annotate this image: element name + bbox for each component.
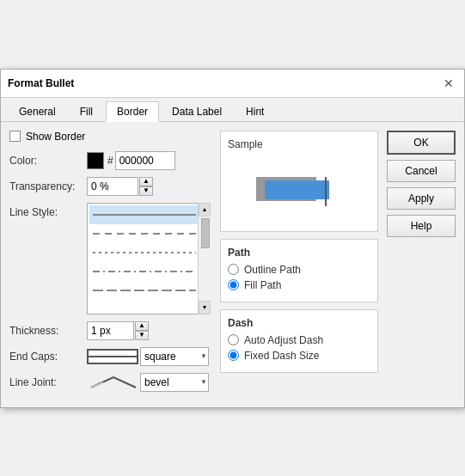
color-label: Color: <box>9 155 87 167</box>
end-caps-select-wrapper: square flat round ▼ <box>140 347 209 366</box>
thickness-down[interactable]: ▼ <box>135 331 149 340</box>
scroll-down-btn[interactable]: ▼ <box>199 301 211 314</box>
auto-adjust-radio[interactable] <box>228 334 239 345</box>
line-joint-label: Line Joint: <box>9 376 87 388</box>
line-style-dashed[interactable] <box>89 224 209 243</box>
sample-label: Sample <box>228 138 370 150</box>
scroll-up-btn[interactable]: ▲ <box>199 203 211 217</box>
transparency-spinner: ▲ ▼ <box>139 177 153 196</box>
line-joint-row: Line Joint: bevel miter round <box>9 373 211 392</box>
format-bullet-dialog: Format Bullet ✕ General Fill Border Data… <box>0 69 465 408</box>
tab-datalabel[interactable]: Data Label <box>161 101 233 121</box>
action-buttons-panel: OK Cancel Apply Help <box>387 131 456 399</box>
color-swatch[interactable] <box>87 152 104 169</box>
apply-button[interactable]: Apply <box>387 187 456 210</box>
dialog-title: Format Bullet <box>8 77 74 89</box>
show-border-row: Show Border <box>9 131 211 143</box>
ok-button[interactable]: OK <box>387 131 456 155</box>
end-caps-wrapper: square flat round ▼ <box>87 347 209 366</box>
tab-hint[interactable]: Hint <box>235 101 275 121</box>
dash-title: Dash <box>228 317 370 329</box>
sample-visual <box>228 156 370 224</box>
scroll-thumb[interactable] <box>201 218 210 248</box>
cap-line <box>89 356 137 357</box>
transparency-row: Transparency: ▲ ▼ <box>9 177 211 196</box>
fixed-dash-radio[interactable] <box>228 350 239 361</box>
sample-bar-blue <box>265 180 329 199</box>
line-style-item5[interactable] <box>89 281 209 300</box>
line-style-label: Line Style: <box>9 203 87 218</box>
color-hex-input[interactable] <box>115 151 175 170</box>
sample-bar-line <box>325 177 327 206</box>
fill-path-row: Fill Path <box>228 279 370 291</box>
transparency-down[interactable]: ▼ <box>139 186 153 196</box>
thickness-spinner: ▲ ▼ <box>135 321 149 340</box>
line-style-solid[interactable] <box>89 205 209 224</box>
tab-general[interactable]: General <box>8 101 67 121</box>
thickness-input[interactable] <box>87 321 134 340</box>
show-border-label: Show Border <box>26 131 85 143</box>
sample-bar <box>256 177 342 203</box>
tab-border[interactable]: Border <box>106 101 159 122</box>
end-caps-select[interactable]: square flat round <box>140 347 209 366</box>
color-row: Color: # <box>9 151 211 170</box>
transparency-up[interactable]: ▲ <box>139 177 153 186</box>
dash-section: Dash Auto Adjust Dash Fixed Dash Size <box>220 309 378 373</box>
tab-bar: General Fill Border Data Label Hint <box>1 98 464 122</box>
show-border-checkbox[interactable] <box>9 131 21 142</box>
end-caps-label: End Caps: <box>9 351 87 363</box>
end-caps-row: End Caps: square flat round ▼ <box>9 347 211 366</box>
path-title: Path <box>228 247 370 259</box>
outline-path-radio[interactable] <box>228 264 239 275</box>
center-panel: Sample Path Outline Path <box>220 131 378 399</box>
close-button[interactable]: ✕ <box>440 75 457 92</box>
dialog-content: Show Border Color: # Transparency: ▲ <box>1 122 464 407</box>
transparency-input[interactable] <box>87 177 138 196</box>
help-button[interactable]: Help <box>387 215 456 237</box>
thickness-row: Thickness: ▲ ▼ <box>9 321 211 340</box>
list-scrollbar: ▲ ▼ <box>198 203 211 314</box>
outline-path-label[interactable]: Outline Path <box>244 264 301 276</box>
path-section: Path Outline Path Fill Path <box>220 239 378 302</box>
tab-fill[interactable]: Fill <box>69 101 104 121</box>
thickness-up[interactable]: ▲ <box>135 321 149 331</box>
scrollbar-track <box>199 217 211 301</box>
title-bar: Format Bullet ✕ <box>1 70 464 98</box>
fixed-dash-row: Fixed Dash Size <box>228 350 370 362</box>
fill-path-radio[interactable] <box>228 279 239 290</box>
line-joint-select[interactable]: bevel miter round <box>140 373 209 392</box>
transparency-label: Transparency: <box>9 180 87 192</box>
line-style-dashdot[interactable] <box>89 262 209 281</box>
line-style-list[interactable] <box>87 203 211 314</box>
hash-symbol: # <box>107 155 113 167</box>
thickness-label: Thickness: <box>9 325 87 337</box>
fill-path-label[interactable]: Fill Path <box>244 279 281 291</box>
bevel-icon <box>89 375 137 389</box>
line-style-dotted[interactable] <box>89 243 209 262</box>
left-panel: Show Border Color: # Transparency: ▲ <box>9 131 211 399</box>
line-joint-wrapper: bevel miter round ▼ <box>87 373 209 392</box>
auto-adjust-label[interactable]: Auto Adjust Dash <box>244 334 323 346</box>
end-caps-preview <box>87 349 138 364</box>
line-joint-preview <box>87 375 138 390</box>
svg-line-0 <box>91 382 103 388</box>
line-style-row: Line Style: <box>9 203 211 314</box>
cancel-button[interactable]: Cancel <box>387 160 456 182</box>
fixed-dash-label[interactable]: Fixed Dash Size <box>244 350 319 362</box>
outline-path-row: Outline Path <box>228 264 370 276</box>
line-joint-select-wrapper: bevel miter round ▼ <box>140 373 209 392</box>
auto-adjust-row: Auto Adjust Dash <box>228 334 370 346</box>
sample-box: Sample <box>220 131 378 232</box>
